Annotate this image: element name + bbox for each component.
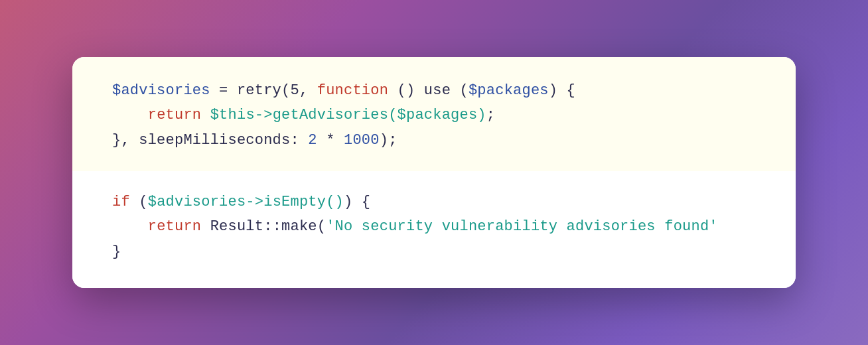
code-line-6: } (112, 240, 756, 264)
code-line-5: return Result::make('No security vulnera… (112, 214, 756, 239)
keyword-return-2: return (148, 218, 202, 235)
code-line-2: return $this->getAdvisories($packages); (112, 103, 756, 127)
normal-section: if ($advisories->isEmpty()) { return Res… (72, 171, 796, 288)
keyword-return-1: return (148, 107, 202, 123)
code-line-4: if ($advisories->isEmpty()) { (112, 190, 756, 214)
code-line-3: }, sleepMilliseconds: 2 * 1000); (112, 128, 756, 153)
num-2: 2 (308, 132, 317, 149)
method-get-advisories: $this->getAdvisories($packages) (210, 107, 486, 123)
var-packages: $packages (469, 82, 549, 99)
var-advisories: $advisories (112, 82, 210, 99)
code-line-1: $advisories = retry(5, function () use (… (112, 78, 756, 103)
string-no-advisories: 'No security vulnerability advisories fo… (326, 218, 718, 235)
highlighted-section: $advisories = retry(5, function () use (… (72, 57, 796, 171)
code-card: $advisories = retry(5, function () use (… (72, 57, 796, 288)
num-1000: 1000 (344, 132, 380, 149)
method-is-empty: $advisories->isEmpty() (148, 194, 344, 210)
keyword-function: function (317, 82, 388, 99)
keyword-if: if (112, 194, 130, 210)
